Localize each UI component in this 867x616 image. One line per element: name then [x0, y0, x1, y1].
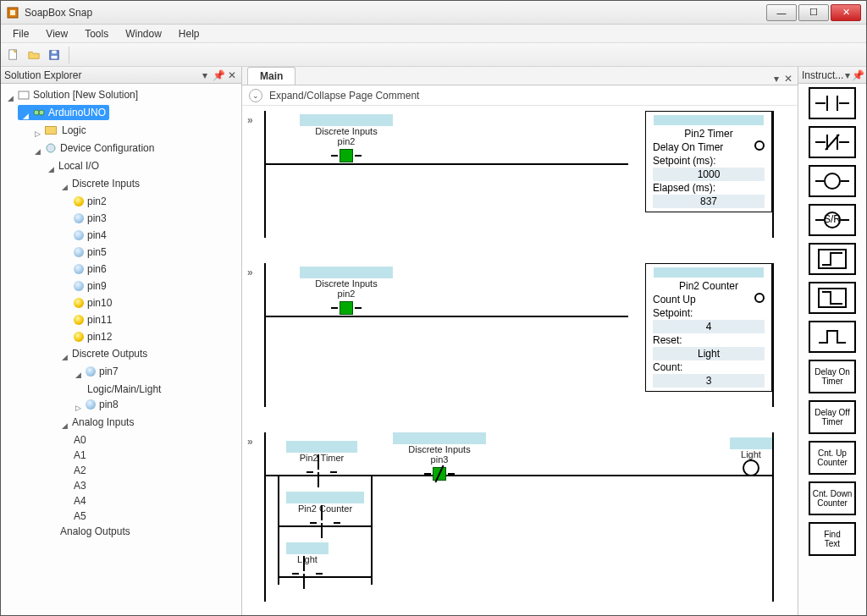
tree-leaf-a1[interactable]: A1	[72, 448, 88, 463]
tree-node-arduino[interactable]: ◢ArduinoUNO	[18, 105, 109, 120]
tree-leaf-pin7[interactable]: ◢pin7	[72, 364, 120, 379]
panel-dropdown-icon[interactable]: ▾	[199, 69, 211, 81]
svg-point-7	[34, 110, 39, 115]
tree-leaf-a3[interactable]: A3	[72, 478, 88, 493]
panel-pin-icon[interactable]: 📌	[213, 69, 224, 81]
tree-leaf-pin8[interactable]: ▷pin8	[72, 397, 120, 412]
instruction-no-contact[interactable]	[809, 87, 856, 119]
folder-icon	[45, 126, 57, 135]
rung-collapse-icon[interactable]: »	[247, 436, 253, 448]
tree-node-local-io[interactable]: ◢Local I/O	[45, 158, 101, 173]
instruction-rising-edge[interactable]	[809, 243, 856, 275]
solution-tree[interactable]: ◢Solution [New Solution] ◢ArduinoUNO ▷Lo…	[1, 84, 241, 615]
instruction-sr-coil[interactable]: S/R	[809, 204, 856, 236]
instruction-pulse[interactable]	[809, 321, 856, 353]
tree-leaf-pin11[interactable]: pin11	[72, 312, 113, 327]
instruction-nc-contact[interactable]	[809, 126, 856, 158]
window-minimize-button[interactable]	[766, 4, 797, 21]
rung-2[interactable]: » Discrete Inputs pin2 Pin2 Counter	[249, 263, 787, 407]
tree-leaf-pin6[interactable]: pin6	[72, 261, 108, 277]
window-maximize-button[interactable]	[798, 4, 829, 21]
contact-no-pin2-b[interactable]: Discrete Inputs pin2	[300, 267, 393, 317]
panel-pin-icon[interactable]: 📌	[852, 69, 864, 81]
tree-node-analog-outputs[interactable]: Analog Outputs	[58, 524, 132, 539]
bulb-on-icon	[74, 315, 84, 325]
rung-1[interactable]: » Discrete Inputs pin2 Pin2 Timer	[249, 111, 787, 238]
contact-no-pin2[interactable]: Discrete Inputs pin2	[300, 114, 393, 165]
ladder-canvas[interactable]: » Discrete Inputs pin2 Pin2 Timer	[242, 106, 798, 615]
tree-leaf-pin4[interactable]: pin4	[72, 228, 108, 243]
instruction-cnt-down-counter[interactable]: Cnt. Down Counter	[809, 481, 856, 515]
bulb-on-icon	[74, 332, 84, 342]
tree-leaf-a5[interactable]: A5	[72, 509, 88, 524]
tree-leaf-a2[interactable]: A2	[72, 463, 88, 478]
contact-pin2counter[interactable]: Pin2 Counter	[286, 492, 364, 532]
instruction-falling-edge[interactable]	[809, 282, 856, 314]
app-icon	[6, 6, 19, 19]
bulb-off-icon	[74, 213, 84, 223]
toolbar-open-button[interactable]	[25, 46, 43, 64]
editor-tabstrip: Main ▾ ✕	[242, 67, 798, 85]
toolbar	[1, 43, 866, 67]
menu-window[interactable]: Window	[117, 26, 170, 41]
solution-explorer-panel: Solution Explorer ▾ 📌 ✕ ◢Solution [New S…	[1, 67, 242, 615]
tree-node-discrete-inputs[interactable]: ◢Discrete Inputs	[58, 176, 141, 191]
instruction-delay-on-timer[interactable]: Delay On Timer	[809, 360, 856, 393]
done-led-icon	[754, 140, 765, 151]
svg-rect-4	[52, 55, 58, 58]
menu-view[interactable]: View	[37, 26, 76, 41]
expand-collapse-bar[interactable]: ⌄ Expand/Collapse Page Comment	[242, 85, 798, 106]
svg-rect-5	[52, 50, 56, 53]
instruction-panel-title: Instruct...	[802, 69, 843, 81]
instruction-find-text[interactable]: Find Text	[809, 522, 856, 556]
bulb-off-icon	[86, 399, 96, 410]
tree-leaf-a4[interactable]: A4	[72, 493, 88, 509]
tree-node-device-config[interactable]: ◢Device Configuration	[31, 140, 156, 156]
menu-tools[interactable]: Tools	[76, 26, 117, 41]
instruction-coil[interactable]	[809, 165, 856, 197]
coil-light[interactable]: Light	[730, 437, 772, 476]
window-close-button[interactable]	[831, 4, 861, 21]
bulb-off-icon	[74, 247, 84, 257]
bulb-off-icon	[86, 366, 96, 377]
tree-leaf-pin10[interactable]: pin10	[72, 295, 113, 311]
svg-rect-6	[19, 91, 29, 99]
rung-collapse-icon[interactable]: »	[247, 267, 253, 278]
tree-leaf-pin3[interactable]: pin3	[72, 211, 108, 226]
tree-node-discrete-outputs[interactable]: ◢Discrete Outputs	[58, 346, 149, 361]
tree-leaf-pin2[interactable]: pin2	[72, 194, 108, 209]
toolbar-new-button[interactable]	[4, 46, 23, 64]
instruction-list: S/R Delay On Timer Delay Off Timer Cnt. …	[798, 84, 866, 615]
tree-leaf-pin5[interactable]: pin5	[72, 245, 108, 260]
instruction-delay-off-timer[interactable]: Delay Off Timer	[809, 400, 856, 434]
svg-rect-1	[10, 10, 15, 15]
tree-leaf-pin7-path[interactable]: Logic/Main/Light	[86, 382, 163, 397]
counter-block[interactable]: Pin2 Counter Count Up Setpoint: 4 Reset:…	[645, 263, 772, 392]
rung-collapse-icon[interactable]: »	[247, 114, 253, 126]
tab-main[interactable]: Main	[247, 67, 295, 85]
menu-help[interactable]: Help	[170, 26, 208, 41]
contact-pin2timer[interactable]: Pin2 Timer	[286, 441, 357, 481]
tree-leaf-a0[interactable]: A0	[72, 432, 88, 448]
tree-leaf-pin12[interactable]: pin12	[72, 329, 113, 344]
tree-node-analog-inputs[interactable]: ◢Analog Inputs	[58, 415, 135, 430]
contact-nc-pin3[interactable]: Discrete Inputs pin3	[393, 432, 486, 483]
tab-dropdown-icon[interactable]: ▾	[774, 73, 779, 85]
tree-leaf-pin9[interactable]: pin9	[72, 278, 108, 294]
tab-close-icon[interactable]: ✕	[784, 73, 792, 85]
toolbar-save-button[interactable]	[45, 46, 64, 64]
chevron-down-icon[interactable]: ⌄	[249, 89, 262, 102]
solution-explorer-header: Solution Explorer ▾ 📌 ✕	[1, 67, 241, 84]
menu-file[interactable]: File	[4, 26, 37, 41]
contact-light[interactable]: Light	[286, 542, 329, 583]
tree-node-solution[interactable]: ◢Solution [New Solution]	[4, 87, 140, 102]
instruction-panel: Instruct... ▾ 📌 ✕ S/R Delay On Timer Del…	[798, 67, 866, 615]
bulb-off-icon	[74, 264, 84, 274]
panel-dropdown-icon[interactable]: ▾	[845, 69, 850, 81]
timer-block[interactable]: Pin2 Timer Delay On Timer Setpoint (ms):…	[645, 111, 772, 212]
instruction-cnt-up-counter[interactable]: Cnt. Up Counter	[809, 441, 856, 475]
panel-close-icon[interactable]: ✕	[226, 69, 238, 81]
bulb-off-icon	[74, 230, 84, 240]
tree-node-logic[interactable]: ▷Logic	[31, 123, 88, 138]
rung-3[interactable]: » Pin2 Timer	[249, 432, 787, 602]
